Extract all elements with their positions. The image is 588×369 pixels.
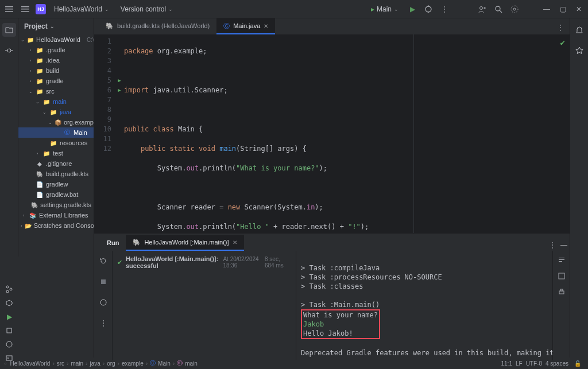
tree-main-class[interactable]: ⒸMain (18, 127, 94, 138)
more-icon[interactable]: ⋮ (96, 316, 110, 330)
svg-point-12 (496, 6, 500, 11)
rerun-icon[interactable] (96, 254, 110, 268)
scroll-to-end-icon[interactable] (556, 270, 567, 282)
svg-rect-3 (21, 6, 29, 7)
git-branch-icon[interactable] (2, 285, 16, 293)
encoding[interactable]: UTF-8 (526, 360, 542, 367)
project-view-title: Project (24, 22, 48, 30)
svg-point-15 (511, 6, 518, 13)
code-editor[interactable]: ✔ 123456789101112 ▶ ▶ package org.exampl… (94, 34, 570, 233)
stop-icon[interactable] (96, 275, 110, 289)
project-view-header[interactable]: Project ⌄ (18, 18, 94, 34)
settings-icon[interactable] (509, 3, 520, 15)
run-config-tab[interactable]: 🐘 HelloJavaWorld [:Main.main()] ✕ (126, 235, 243, 251)
tab-main-java[interactable]: Ⓒ Main.java ✕ (216, 18, 275, 34)
vcs-label: Version control (121, 5, 166, 13)
tree-gitignore[interactable]: ◆.gitignore (18, 158, 94, 169)
tabs-more-icon[interactable]: ⋮ (555, 22, 566, 33)
close-tab-icon[interactable]: ✕ (264, 23, 268, 29)
svg-rect-33 (7, 328, 11, 333)
vcs-dropdown[interactable]: Version control ⌄ (117, 4, 176, 14)
svg-point-31 (6, 290, 9, 293)
svg-rect-5 (21, 11, 29, 12)
svg-point-30 (6, 286, 9, 288)
svg-rect-2 (5, 11, 13, 12)
run-status-time: At 20/02/2024 18:36 (223, 256, 261, 269)
tree-main[interactable]: ⌄📁main (18, 96, 94, 107)
project-toolwindow-button[interactable] (2, 23, 16, 37)
tree-java[interactable]: ⌄📁java (18, 107, 94, 117)
search-icon[interactable] (493, 3, 504, 15)
tree-build[interactable]: ›📁build (18, 65, 94, 76)
project-badge: HJ (36, 4, 46, 14)
breadcrumb[interactable]: HelloJavaWorld› src› main› java› org› ex… (10, 359, 198, 367)
close-icon[interactable]: ✕ (573, 3, 585, 15)
tree-idea[interactable]: ›📁.idea (18, 55, 94, 65)
run-button[interactable]: ▶ (407, 3, 418, 15)
app-menu-icon[interactable] (3, 3, 15, 15)
run-config-dropdown[interactable]: ▸ Main ⌄ (368, 4, 402, 14)
run-tab[interactable]: Run (100, 235, 126, 251)
class-icon: Ⓒ (223, 22, 230, 30)
run-config-icon: ▸ (371, 5, 374, 13)
tab-build-gradle[interactable]: 🐘 build.gradle.kts (HelloJavaWorld) (99, 18, 216, 34)
close-tab-icon[interactable]: ✕ (233, 239, 237, 246)
run-gutter-icon[interactable]: ▶ (115, 76, 124, 86)
svg-point-32 (10, 288, 12, 290)
maximize-icon[interactable]: ▢ (557, 3, 568, 15)
tree-buildkts[interactable]: 🐘build.gradle.kts (18, 169, 94, 179)
line-ending[interactable]: LF (516, 360, 523, 367)
svg-rect-29 (560, 289, 563, 291)
indent[interactable]: 4 spaces (546, 360, 568, 367)
tree-test[interactable]: ›📁test (18, 148, 94, 158)
build-icon[interactable] (2, 327, 16, 335)
gradle-icon: 🐘 (106, 22, 114, 30)
run-gutter-icon[interactable]: ▶ (115, 86, 124, 95)
terminal-icon[interactable] (2, 354, 16, 362)
print-icon[interactable] (556, 286, 567, 298)
svg-rect-27 (559, 273, 564, 279)
filter-icon[interactable] (96, 296, 110, 309)
hide-panel-icon[interactable]: — (558, 239, 570, 251)
chevron-down-icon: ⌄ (105, 6, 109, 12)
gutter-icons: ▶ ▶ (115, 34, 124, 233)
svg-rect-0 (5, 6, 13, 7)
minimize-icon[interactable]: — (541, 3, 552, 15)
problems-icon[interactable] (2, 340, 16, 348)
svg-point-16 (7, 49, 11, 52)
success-icon: ✔ (117, 259, 122, 266)
svg-point-34 (6, 341, 12, 347)
svg-rect-22 (101, 279, 106, 284)
tree-pkg[interactable]: ⌄📦org.example (18, 117, 94, 127)
svg-rect-4 (21, 9, 29, 10)
more-run-icon[interactable]: ⋮ (439, 3, 450, 15)
chevron-down-icon: ⌄ (50, 24, 55, 29)
tree-scratch[interactable]: ›📂Scratches and Consoles (18, 220, 94, 231)
tree-extlib[interactable]: ›📚External Libraries (18, 210, 94, 220)
run-panel-more-icon[interactable]: ⋮ (547, 239, 558, 251)
notifications-icon[interactable] (572, 23, 586, 37)
svg-point-14 (513, 8, 516, 10)
run-status-text: HelloJavaWorld [:Main.main()]: successfu… (126, 255, 219, 269)
run-toolwindow-icon[interactable]: ▶ (2, 313, 16, 321)
svg-point-23 (100, 300, 106, 305)
commit-toolwindow-button[interactable] (2, 44, 16, 57)
soft-wrap-icon[interactable] (556, 254, 567, 266)
tree-settings[interactable]: 🐘settings.gradle.kts (18, 200, 94, 210)
services-icon[interactable] (2, 299, 16, 307)
debug-button[interactable] (423, 3, 434, 15)
cursor-position[interactable]: 11:1 (501, 360, 512, 367)
tree-resources[interactable]: 📁resources (18, 138, 94, 148)
tree-gradlewbat[interactable]: 📄gradlew.bat (18, 189, 94, 200)
ai-assistant-icon[interactable] (572, 44, 586, 57)
tree-gradle2[interactable]: ›📁gradle (18, 76, 94, 86)
tree-gradle[interactable]: ›📁.gradle (18, 45, 94, 55)
hamburger-icon[interactable] (20, 3, 31, 15)
readonly-lock-icon[interactable]: 🔓 (572, 358, 583, 369)
tree-src[interactable]: ⌄📁src (18, 86, 94, 96)
tree-gradlew[interactable]: 📄gradlew (18, 179, 94, 189)
console-output[interactable]: > Task :compileJava > Task :processResou… (296, 251, 552, 360)
project-dropdown[interactable]: HelloJavaWorld ⌄ (51, 4, 113, 14)
tree-root[interactable]: ⌄📁HelloJavaWorld C:\JavaProjects (18, 34, 94, 45)
code-with-me-icon[interactable] (477, 3, 488, 15)
